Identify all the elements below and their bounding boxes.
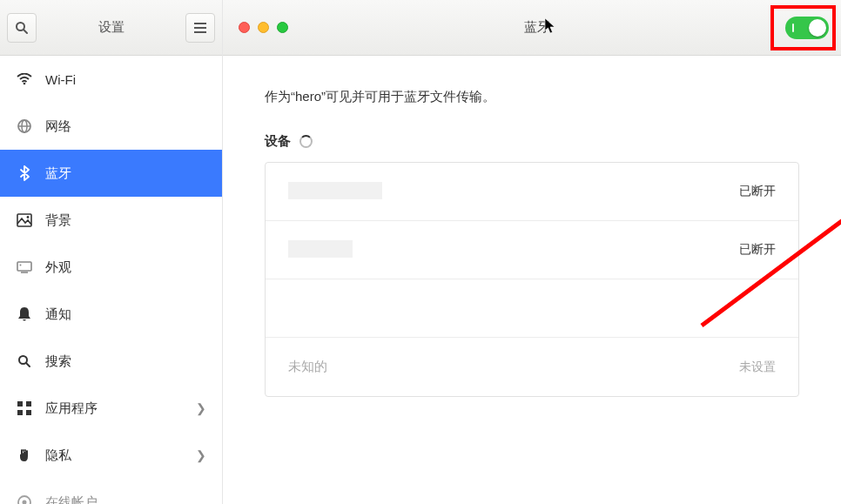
device-status: 未设置: [739, 360, 776, 375]
device-status: 已断开: [739, 242, 776, 258]
panel-title: 蓝牙: [295, 19, 778, 36]
sidebar-item-label: 通知: [45, 306, 206, 323]
search-button[interactable]: [7, 13, 37, 43]
svg-line-15: [26, 363, 30, 366]
bell-icon: [16, 306, 33, 322]
sidebar-item-label: 背景: [45, 212, 206, 229]
sidebar-title: 设置: [37, 19, 185, 36]
chevron-right-icon: ❯: [196, 401, 206, 415]
sidebar-item-background[interactable]: 背景: [0, 197, 222, 244]
svg-rect-17: [26, 401, 31, 407]
sidebar-item-appearance[interactable]: 外观: [0, 244, 222, 291]
sidebar-item-label: 网络: [45, 118, 206, 135]
sidebar-item-label: 蓝牙: [45, 165, 206, 182]
device-name: 未知的: [288, 359, 739, 375]
cursor-pointer-icon: [544, 17, 556, 35]
svg-point-12: [20, 265, 22, 266]
device-row[interactable]: 已断开: [266, 221, 798, 279]
device-status: 已断开: [739, 184, 776, 199]
apps-icon: [16, 401, 33, 415]
svg-point-21: [23, 501, 27, 505]
sidebar-item-label: 搜索: [45, 353, 206, 370]
network-icon: [16, 118, 33, 134]
background-icon: [16, 213, 33, 227]
sidebar-item-privacy[interactable]: 隐私 ❯: [0, 432, 222, 479]
svg-rect-19: [26, 410, 31, 415]
sidebar-item-label: 隐私: [45, 447, 184, 464]
bluetooth-toggle[interactable]: [785, 17, 829, 39]
device-name: [288, 240, 739, 260]
svg-rect-16: [17, 401, 23, 407]
sidebar-pane: 设置 Wi-Fi 网络 蓝牙 背景: [0, 0, 223, 504]
hand-icon: [16, 447, 33, 463]
close-window-button[interactable]: [239, 22, 250, 33]
device-row[interactable]: [266, 279, 798, 338]
loading-spinner-icon: [299, 135, 313, 148]
maximize-window-button[interactable]: [277, 22, 288, 33]
device-row[interactable]: 已断开: [266, 163, 798, 221]
sidebar-list: Wi-Fi 网络 蓝牙 背景 外观 通知: [0, 56, 222, 504]
menu-button[interactable]: [185, 13, 215, 43]
bluetooth-icon: [16, 165, 33, 181]
sidebar-item-label: 外观: [45, 259, 206, 276]
chevron-right-icon: ❯: [196, 448, 206, 462]
device-list: 已断开 已断开 未知的 未设置: [265, 162, 799, 397]
svg-line-1: [24, 30, 27, 33]
sidebar-item-wifi[interactable]: Wi-Fi: [0, 56, 222, 103]
sidebar-item-network[interactable]: 网络: [0, 103, 222, 150]
content-pane: 蓝牙 作为“hero”可见并可用于蓝牙文件传输。 设备 已断开 已断开: [223, 0, 841, 504]
sidebar-item-search[interactable]: 搜索: [0, 338, 222, 385]
online-accounts-icon: [16, 494, 33, 504]
magnifier-icon: [13, 21, 30, 35]
minimize-window-button[interactable]: [258, 22, 269, 33]
sidebar-item-notifications[interactable]: 通知: [0, 291, 222, 338]
device-name: [288, 182, 739, 202]
appearance-icon: [16, 261, 33, 273]
devices-label: 设备: [265, 133, 291, 150]
sidebar-item-applications[interactable]: 应用程序 ❯: [0, 385, 222, 432]
menu-icon: [192, 23, 209, 33]
window-controls: [239, 22, 288, 33]
svg-point-10: [27, 216, 30, 218]
svg-rect-18: [17, 410, 23, 415]
sidebar-item-label: Wi-Fi: [45, 72, 206, 87]
search-icon: [16, 354, 33, 368]
sidebar-item-label: 在线帐户: [45, 494, 206, 505]
wifi-icon: [16, 73, 33, 85]
visibility-text: 作为“hero”可见并可用于蓝牙文件传输。: [265, 89, 799, 105]
sidebar-item-online-accounts[interactable]: 在线帐户: [0, 479, 222, 504]
sidebar-item-bluetooth[interactable]: 蓝牙: [0, 150, 222, 197]
svg-point-5: [24, 83, 26, 85]
svg-rect-4: [194, 31, 206, 33]
device-row[interactable]: 未知的 未设置: [266, 338, 798, 396]
svg-rect-2: [194, 23, 206, 24]
svg-rect-3: [194, 27, 206, 29]
sidebar-item-label: 应用程序: [45, 400, 184, 417]
svg-rect-11: [17, 262, 31, 271]
